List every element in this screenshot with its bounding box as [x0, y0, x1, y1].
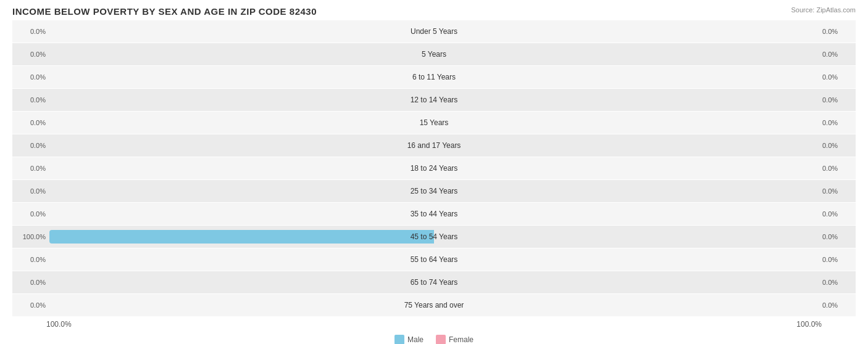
- female-value-label: 0.0%: [819, 256, 856, 263]
- male-value-label: 0.0%: [12, 51, 49, 58]
- bar-center-area: 65 to 74 Years: [49, 271, 819, 293]
- male-value-label: 0.0%: [12, 279, 49, 286]
- bar-center-area: Under 5 Years: [49, 20, 819, 43]
- female-value-label: 0.0%: [819, 301, 856, 309]
- source-text: Source: ZipAtlas.com: [791, 6, 856, 14]
- legend-female: Female: [436, 335, 474, 344]
- footer-left: 100.0%: [46, 320, 72, 329]
- bar-row: 0.0%18 to 24 Years0.0%: [12, 157, 856, 179]
- bar-row: 0.0%75 Years and over0.0%: [12, 294, 856, 316]
- bar-row: 0.0%Under 5 Years0.0%: [12, 20, 856, 43]
- chart-container: INCOME BELOW POVERTY BY SEX AND AGE IN Z…: [0, 0, 868, 344]
- female-value-label: 0.0%: [819, 28, 856, 35]
- female-value-label: 0.0%: [819, 165, 856, 172]
- bar-row: 0.0%6 to 11 Years0.0%: [12, 66, 856, 88]
- bar-center-area: 75 Years and over: [49, 294, 819, 316]
- bar-center-area: 35 to 44 Years: [49, 203, 819, 225]
- male-value-label: 0.0%: [12, 73, 49, 81]
- bar-row: 100.0%45 to 54 Years0.0%: [12, 226, 856, 248]
- bar-center-area: 55 to 64 Years: [49, 248, 819, 271]
- male-value-label: 0.0%: [12, 256, 49, 263]
- bar-center-area: 45 to 54 Years: [49, 226, 819, 248]
- male-bar: [49, 230, 434, 244]
- female-value-label: 0.0%: [819, 187, 856, 195]
- male-swatch: [394, 335, 404, 344]
- male-label: Male: [407, 335, 424, 344]
- legend: Male Female: [12, 335, 856, 344]
- male-value-label: 0.0%: [12, 165, 49, 172]
- female-value-label: 0.0%: [819, 233, 856, 240]
- bar-center-area: 25 to 34 Years: [49, 180, 819, 202]
- female-value-label: 0.0%: [819, 279, 856, 286]
- male-value-label: 0.0%: [12, 96, 49, 104]
- bar-center-area: 18 to 24 Years: [49, 157, 819, 179]
- bar-row: 0.0%35 to 44 Years0.0%: [12, 203, 856, 225]
- female-swatch: [436, 335, 446, 344]
- bars-area: 0.0%Under 5 Years0.0%0.0%5 Years0.0%0.0%…: [12, 20, 856, 316]
- bar-row: 0.0%16 and 17 Years0.0%: [12, 134, 856, 157]
- bar-center-area: 5 Years: [49, 43, 819, 65]
- bar-row: 0.0%5 Years0.0%: [12, 43, 856, 65]
- legend-male: Male: [394, 335, 424, 344]
- female-value-label: 0.0%: [819, 51, 856, 58]
- bar-row: 0.0%15 Years0.0%: [12, 112, 856, 134]
- chart-title: INCOME BELOW POVERTY BY SEX AND AGE IN Z…: [12, 6, 856, 17]
- bar-row: 0.0%12 to 14 Years0.0%: [12, 89, 856, 111]
- bar-row: 0.0%65 to 74 Years0.0%: [12, 271, 856, 293]
- bar-center-area: 16 and 17 Years: [49, 134, 819, 157]
- female-value-label: 0.0%: [819, 96, 856, 104]
- female-value-label: 0.0%: [819, 73, 856, 81]
- female-label: Female: [449, 335, 474, 344]
- male-value-label: 0.0%: [12, 187, 49, 195]
- male-value-label: 0.0%: [12, 142, 49, 149]
- male-value-label: 0.0%: [12, 28, 49, 35]
- male-value-label: 0.0%: [12, 301, 49, 309]
- bar-row: 0.0%55 to 64 Years0.0%: [12, 248, 856, 271]
- female-value-label: 0.0%: [819, 119, 856, 126]
- bar-center-area: 6 to 11 Years: [49, 66, 819, 88]
- bar-center-area: 15 Years: [49, 112, 819, 134]
- footer-right: 100.0%: [796, 320, 822, 329]
- female-value-label: 0.0%: [819, 142, 856, 149]
- male-value-label: 0.0%: [12, 210, 49, 218]
- bar-center-area: 12 to 14 Years: [49, 89, 819, 111]
- female-value-label: 0.0%: [819, 210, 856, 218]
- male-value-label: 0.0%: [12, 119, 49, 126]
- bar-row: 0.0%25 to 34 Years0.0%: [12, 180, 856, 202]
- male-value-label: 100.0%: [12, 233, 49, 240]
- footer-row: 100.0% 100.0%: [12, 320, 856, 329]
